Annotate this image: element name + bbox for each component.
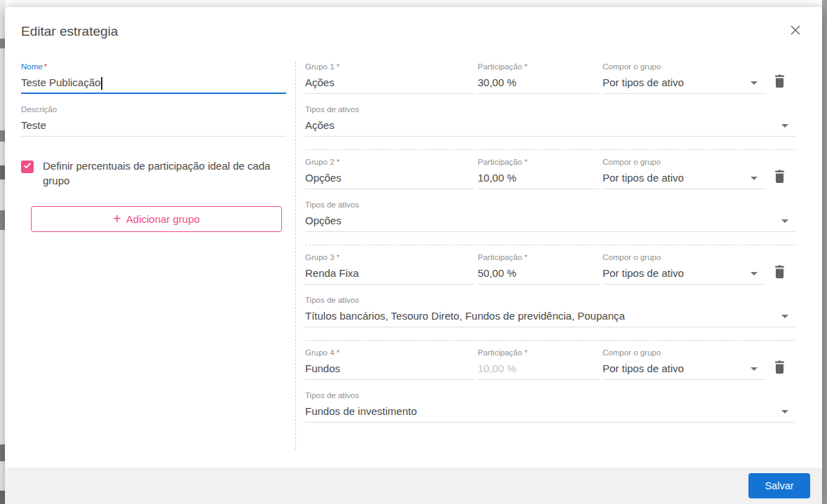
asset-types-select[interactable]: Ações [305,114,795,137]
edit-strategy-dialog: Editar estrategia Nome* Teste Publicação [5,7,822,504]
close-icon [788,29,802,39]
page-background-right-edge [822,0,827,504]
description-input[interactable]: Teste [21,114,286,137]
name-input-text: Teste Publicação [21,76,100,88]
participation-input[interactable]: 30,00 % [478,71,599,94]
dialog-footer: Salvar [5,468,822,504]
group-block: Grupo 4 * Fundos Participação * 10,00 % … [305,348,795,423]
name-label: Nome* [21,62,286,71]
compose-group-value: Por tipos de ativo [603,362,684,376]
compose-group-value: Por tipos de ativo [603,171,684,185]
group-main-row: Grupo 2 * Opções Participação * 10,00 % … [305,157,795,189]
chevron-down-icon [781,315,788,318]
delete-group-cell [766,62,793,94]
group-block: Grupo 1 * Ações Participação * 30,00 % C… [305,62,795,137]
group-name-text: Fundos [305,362,340,376]
participation-text: 10,00 % [478,362,516,376]
group-separator [305,245,795,245]
asset-types-label: Tipos de ativos [305,390,795,400]
asset-types-select[interactable]: Fundos de investimento [305,400,795,423]
group-name-field: Grupo 4 * Fundos [305,348,473,380]
description-field: Descrição Teste [21,104,286,137]
group-block: Grupo 3 * Renda Fixa Participação * 50,0… [305,252,795,327]
define-percentages-checkbox[interactable] [21,161,34,173]
group-main-row: Grupo 1 * Ações Participação * 30,00 % C… [305,62,795,94]
dialog-body: Nome* Teste Publicação Descrição Teste [5,40,822,468]
compose-group-select[interactable]: Por tipos de ativo [603,167,766,189]
name-field: Nome* Teste Publicação [21,62,286,94]
asset-types-label: Tipos de ativos [305,104,795,114]
group-name-input[interactable]: Renda Fixa [305,262,473,285]
delete-group-button[interactable] [772,263,788,282]
compose-group-select[interactable]: Por tipos de ativo [603,71,766,94]
trash-icon [773,366,786,376]
group-main-row: Grupo 4 * Fundos Participação * 10,00 % … [305,348,795,380]
compose-group-label: Compor o grupo [603,157,766,167]
participation-text: 10,00 % [478,171,516,185]
delete-group-button[interactable] [772,168,788,187]
compose-group-select[interactable]: Por tipos de ativo [603,262,766,285]
compose-group-value: Por tipos de ativo [603,266,684,280]
participation-text: 50,00 % [478,266,516,280]
compose-group-value: Por tipos de ativo [603,76,684,90]
name-label-text: Nome [21,62,43,71]
trash-icon [773,80,786,90]
chevron-down-icon [781,219,788,223]
text-cursor [101,77,102,90]
participation-field: Participação * 50,00 % [478,252,599,285]
delete-group-cell [766,348,793,380]
checkbox-label[interactable]: Definir percentuais de participação idea… [43,158,286,188]
name-input[interactable]: Teste Publicação [21,71,286,94]
background-content-fragment [0,444,5,461]
group-name-text: Renda Fixa [305,266,359,280]
compose-group-field: Compor o grupo Por tipos de ativo [603,62,766,94]
delete-group-button[interactable] [772,72,788,92]
asset-types-field: Tipos de ativos Títulos bancários, Tesou… [305,295,795,327]
close-button[interactable] [788,23,803,39]
group-name-input[interactable]: Opções [305,167,473,189]
define-percentages-checkbox-row[interactable]: Definir percentuais de participação idea… [21,158,286,188]
page-background-left-edge [0,0,5,504]
add-group-button[interactable]: + Adicionar grupo [31,206,282,232]
description-label: Descrição [21,104,286,114]
checkmark-icon [22,161,32,173]
save-button[interactable]: Salvar [748,473,810,498]
participation-field: Participação * 30,00 % [478,62,599,94]
chevron-down-icon [781,410,788,414]
chevron-down-icon [781,124,788,128]
background-content-fragment [0,165,5,179]
group-name-text: Ações [305,76,335,90]
group-name-label: Grupo 2 * [305,157,473,167]
group-name-input[interactable]: Fundos [305,357,473,380]
chevron-down-icon [751,272,758,275]
asset-types-field: Tipos de ativos Opções [305,200,795,232]
asset-types-label: Tipos de ativos [305,295,795,305]
asset-types-value: Títulos bancários, Tesouro Direto, Fundo… [305,309,625,323]
background-content-fragment [0,39,5,48]
group-name-field: Grupo 3 * Renda Fixa [305,252,473,285]
participation-field: Participação * 10,00 % [478,157,599,189]
asset-types-select[interactable]: Opções [305,210,795,232]
group-name-label: Grupo 1 * [305,62,473,71]
strategy-details-panel: Nome* Teste Publicação Descrição Teste [21,62,286,449]
group-name-input[interactable]: Ações [305,71,473,94]
participation-label: Participação * [478,348,599,357]
asset-types-select[interactable]: Títulos bancários, Tesouro Direto, Fundo… [305,305,795,327]
group-name-label: Grupo 3 * [305,252,473,262]
add-group-button-label: Adicionar grupo [126,213,200,225]
required-marker: * [44,62,47,71]
participation-input[interactable]: 50,00 % [478,262,599,285]
participation-field: Participação * 10,00 % [478,348,599,380]
compose-group-label: Compor o grupo [603,252,766,262]
compose-group-field: Compor o grupo Por tipos de ativo [603,348,766,380]
participation-input[interactable]: 10,00 % [478,167,599,189]
delete-group-button[interactable] [772,358,788,378]
participation-label: Participação * [478,157,599,167]
asset-types-value: Fundos de investimento [305,404,417,418]
dialog-header: Editar estrategia [5,7,822,40]
compose-group-select[interactable]: Por tipos de ativo [603,357,766,380]
trash-icon [773,271,786,281]
background-content-fragment [0,491,5,504]
background-content-fragment [0,130,5,142]
group-block: Grupo 2 * Opções Participação * 10,00 % … [305,157,795,232]
